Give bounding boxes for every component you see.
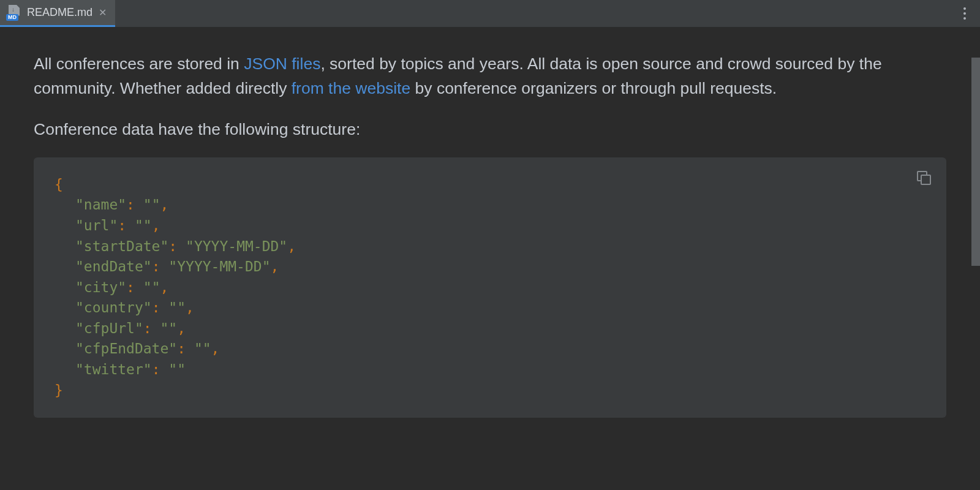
text: by conference organizers or through pull… <box>410 79 777 97</box>
json-files-link[interactable]: JSON files <box>244 55 320 73</box>
close-icon[interactable]: ✕ <box>97 7 108 19</box>
tab-title: README.md <box>27 6 92 19</box>
tab-bar: MD README.md ✕ <box>0 0 980 27</box>
text: All conferences are stored in <box>34 55 244 73</box>
structure-paragraph: Conference data have the following struc… <box>34 117 946 141</box>
markdown-file-icon: MD <box>6 5 22 21</box>
scrollbar-thumb[interactable] <box>971 58 980 266</box>
editor-tab-readme[interactable]: MD README.md ✕ <box>0 0 115 27</box>
code-content: { "name": "","url": "","startDate": "YYY… <box>55 175 925 401</box>
copy-icon[interactable] <box>917 171 930 184</box>
intro-paragraph: All conferences are stored in JSON files… <box>34 51 946 101</box>
code-block: { "name": "","url": "","startDate": "YYY… <box>34 157 946 418</box>
kebab-menu-icon[interactable] <box>956 0 974 27</box>
editor-preview: All conferences are stored in JSON files… <box>0 27 980 490</box>
from-website-link[interactable]: from the website <box>292 79 410 97</box>
